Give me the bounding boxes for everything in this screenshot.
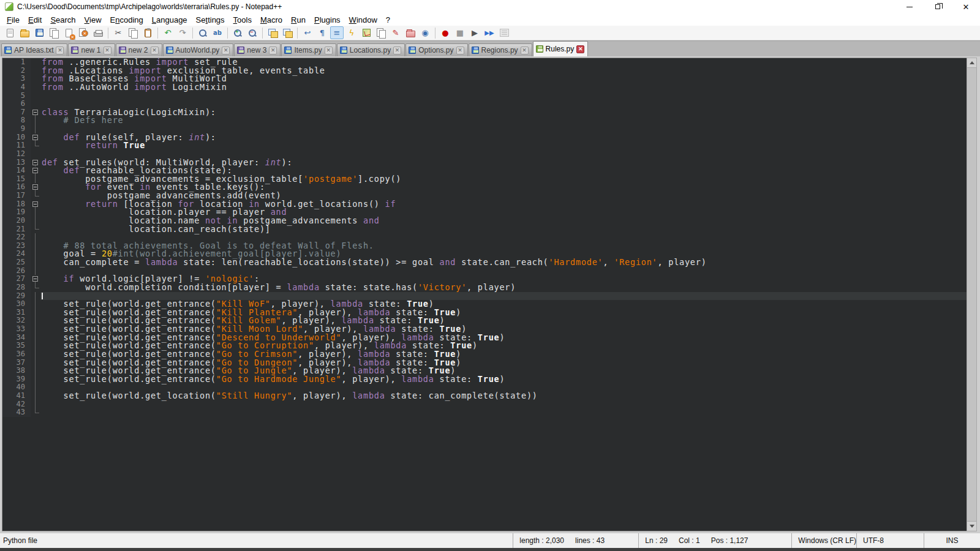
copy-button[interactable] [126, 26, 140, 39]
menu-item-?[interactable]: ? [382, 14, 394, 26]
line-number[interactable]: 36 [2, 350, 31, 359]
line-number[interactable]: 17 [2, 192, 31, 200]
line-number[interactable]: 8 [2, 116, 31, 125]
fold-margin[interactable] [31, 300, 40, 309]
tab-close-icon[interactable]: ✕ [151, 47, 159, 54]
line-number[interactable]: 21 [2, 225, 31, 234]
menu-item-settings[interactable]: Settings [192, 14, 229, 26]
fold-margin[interactable] [31, 108, 40, 117]
status-eol-format[interactable]: Windows (CR LF) [791, 533, 856, 548]
macro-save-button[interactable] [497, 26, 511, 39]
line-number[interactable]: 37 [2, 359, 31, 367]
save-all-button[interactable] [47, 26, 61, 39]
code-text[interactable]: return True [40, 141, 967, 150]
fold-margin[interactable] [31, 75, 40, 83]
print-button[interactable] [91, 26, 105, 39]
code-text[interactable]: can_complete = lambda state: len(reachab… [40, 258, 967, 267]
fold-margin[interactable] [31, 325, 40, 334]
fold-collapse-icon[interactable] [32, 135, 38, 140]
line-number[interactable]: 43 [2, 408, 31, 417]
line-number[interactable]: 20 [2, 217, 31, 225]
code-line[interactable]: 7class TerrariaLogic(LogicMixin): [2, 108, 967, 117]
line-number[interactable]: 28 [2, 283, 31, 292]
tab-close-icon[interactable]: ✕ [104, 47, 111, 54]
line-number[interactable]: 23 [2, 242, 31, 250]
code-text[interactable] [40, 92, 967, 100]
fold-margin[interactable] [31, 159, 40, 167]
line-number[interactable]: 22 [2, 233, 31, 242]
fold-margin[interactable] [31, 267, 40, 276]
fold-margin[interactable] [31, 350, 40, 359]
code-text[interactable]: world.completion_condition[player] = lam… [40, 283, 967, 292]
fold-margin[interactable] [31, 275, 40, 283]
menu-item-tools[interactable]: Tools [229, 14, 256, 26]
line-number[interactable]: 18 [2, 200, 31, 209]
line-number[interactable]: 24 [2, 250, 31, 258]
line-number[interactable]: 15 [2, 175, 31, 184]
word-wrap-button[interactable]: ↩ [301, 26, 314, 39]
fold-margin[interactable] [31, 200, 40, 209]
fold-margin[interactable] [31, 309, 40, 317]
document-map-button[interactable] [360, 26, 373, 39]
code-line[interactable]: 4from ..AutoWorld import LogicMixin [2, 83, 967, 92]
fold-margin[interactable] [31, 292, 40, 301]
code-text[interactable]: def rule(self, player: int): [40, 133, 967, 142]
fold-margin[interactable] [31, 342, 40, 350]
code-line[interactable]: 5 [2, 92, 967, 100]
code-area[interactable]: 1from ..generic.Rules import set_rule2fr… [2, 58, 967, 531]
fold-margin[interactable] [31, 133, 40, 142]
fold-margin[interactable] [31, 233, 40, 242]
tab-items.py[interactable]: Items.py✕ [281, 43, 336, 56]
monitoring-button[interactable]: ✎ [389, 26, 402, 39]
tab-locations.py[interactable]: Locations.py✕ [337, 43, 405, 56]
code-line[interactable]: 42 [2, 400, 967, 409]
scroll-up-icon[interactable] [967, 58, 976, 67]
fold-margin[interactable] [31, 367, 40, 375]
tab-close-icon[interactable]: ✕ [56, 47, 64, 54]
fold-margin[interactable] [31, 175, 40, 184]
code-text[interactable]: class TerrariaLogic(LogicMixin): [40, 108, 967, 117]
menu-item-plugins[interactable]: Plugins [310, 14, 345, 26]
undo-button[interactable]: ↶ [161, 26, 175, 39]
line-number[interactable]: 7 [2, 108, 31, 117]
sync-horizontal-scroll-button[interactable] [281, 26, 294, 39]
line-number[interactable]: 30 [2, 300, 31, 309]
tab-new-3[interactable]: new 3✕ [234, 43, 281, 56]
code-line[interactable]: 25 can_complete = lambda state: len(reac… [2, 258, 967, 267]
tab-close-icon[interactable]: ✕ [456, 47, 464, 54]
folder-as-workspace-button[interactable] [404, 26, 417, 39]
fold-margin[interactable] [31, 58, 40, 67]
code-text[interactable]: location.can_reach(state)] [40, 225, 967, 234]
status-caret-position[interactable]: Ln : 29 Col : 1 Pos : 1,127 [638, 533, 791, 548]
close-button[interactable]: ✕ [952, 0, 980, 13]
restore-button[interactable] [924, 0, 952, 13]
preview-eye-button[interactable]: ◉ [418, 26, 432, 39]
vertical-scrollbar[interactable] [967, 58, 977, 531]
menu-item-macro[interactable]: Macro [256, 14, 287, 26]
line-number[interactable]: 32 [2, 317, 31, 325]
status-typing-mode[interactable]: INS [924, 533, 980, 548]
line-number[interactable]: 19 [2, 208, 31, 217]
menu-item-search[interactable]: Search [46, 14, 80, 26]
fold-margin[interactable] [31, 242, 40, 250]
fold-margin[interactable] [31, 150, 40, 159]
fold-margin[interactable] [31, 116, 40, 125]
tab-rules.py[interactable]: Rules.py✕ [533, 41, 589, 56]
fold-margin[interactable] [31, 83, 40, 92]
line-number[interactable]: 34 [2, 334, 31, 342]
replace-button[interactable]: ab [211, 26, 224, 39]
fold-margin[interactable] [31, 217, 40, 225]
fold-margin[interactable] [31, 100, 40, 108]
line-number[interactable]: 11 [2, 141, 31, 150]
line-number[interactable]: 25 [2, 258, 31, 267]
fold-margin[interactable] [31, 283, 40, 292]
line-number[interactable]: 40 [2, 383, 31, 392]
redo-button[interactable]: ↷ [176, 26, 189, 39]
tab-close-icon[interactable]: ✕ [269, 47, 277, 54]
line-number[interactable]: 31 [2, 309, 31, 317]
tab-close-icon[interactable]: ✕ [393, 47, 401, 54]
new-file-button[interactable] [3, 26, 17, 39]
fold-margin[interactable] [31, 141, 40, 150]
line-number[interactable]: 35 [2, 342, 31, 350]
tab-close-icon[interactable]: ✕ [576, 45, 584, 53]
